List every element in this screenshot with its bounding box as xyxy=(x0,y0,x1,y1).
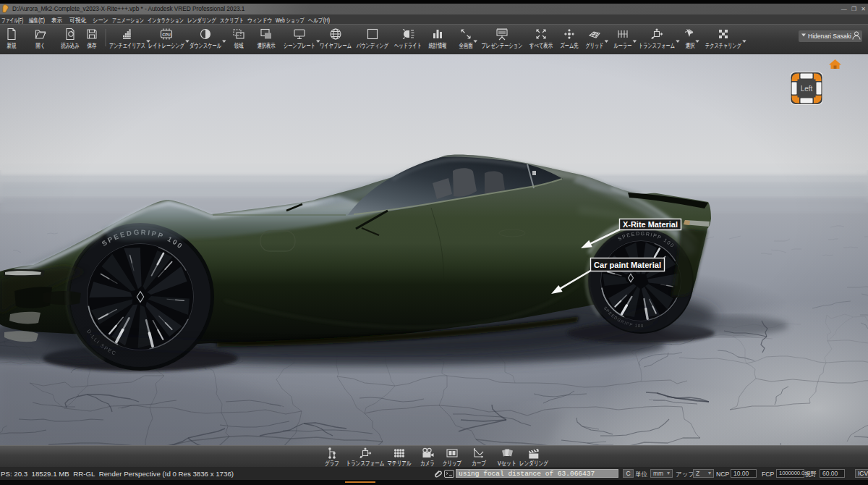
svg-text:選択表示: 選択表示 xyxy=(258,42,276,49)
svg-text:Vセット: Vセット xyxy=(498,460,516,467)
svg-text:選択: 選択 xyxy=(686,42,695,49)
svg-text:全画面: 全画面 xyxy=(459,42,473,49)
svg-text:ウィンドウ: ウィンドウ xyxy=(247,17,272,24)
svg-text:インタラクション: インタラクション xyxy=(148,17,184,24)
svg-text:バウンディング: バウンディング xyxy=(356,42,388,49)
svg-text:ヘルプ(H): ヘルプ(H) xyxy=(308,17,330,24)
svg-text:ズーム先: ズーム先 xyxy=(561,42,579,49)
svg-text:読み込み: 読み込み xyxy=(61,42,80,49)
svg-text:新規: 新規 xyxy=(7,42,17,49)
svg-text:テクスチャリング: テクスチャリング xyxy=(705,42,742,49)
svg-text:トランスフォーム: トランスフォーム xyxy=(639,42,675,49)
svg-text:保存: 保存 xyxy=(87,42,97,49)
svg-text:シーン: シーン xyxy=(93,17,109,24)
svg-text:レンダリング: レンダリング xyxy=(519,460,549,467)
svg-text:プレゼンテーション: プレゼンテーション xyxy=(482,42,523,49)
svg-text:開く: 開く xyxy=(36,42,46,49)
svg-text:アンチエイリアス: アンチエイリアス xyxy=(109,42,145,49)
svg-text:CPU: CPU xyxy=(162,33,171,37)
svg-text:ヘッドライト: ヘッドライト xyxy=(394,42,422,49)
svg-text:統計情報: 統計情報 xyxy=(429,42,447,49)
svg-text:カーブ: カーブ xyxy=(472,460,487,467)
svg-text:クリップ: クリップ xyxy=(443,460,462,467)
svg-text:すべて表示: すべて表示 xyxy=(529,42,553,49)
svg-text:ルーラー: ルーラー xyxy=(614,42,632,49)
svg-text:ダウンスケール: ダウンスケール xyxy=(190,42,221,49)
svg-text:グラフ: グラフ xyxy=(325,460,339,467)
svg-text:スクリプト: スクリプト xyxy=(220,17,244,24)
svg-text:ワイヤフレーム: ワイヤフレーム xyxy=(320,42,352,49)
svg-text:編集(E): 編集(E) xyxy=(28,17,45,24)
svg-text:レンダリング: レンダリング xyxy=(187,17,216,24)
svg-text:シーンプレート: シーンプレート xyxy=(284,42,315,49)
svg-text:可視化: 可視化 xyxy=(69,17,86,24)
svg-text:Left: Left xyxy=(801,85,813,93)
svg-text:レイトレーシング: レイトレーシング xyxy=(148,42,185,49)
svg-text:表示: 表示 xyxy=(51,17,62,24)
svg-text:Hidenari Sasaki: Hidenari Sasaki xyxy=(808,32,851,40)
svg-text:Web ショップ: Web ショップ xyxy=(276,17,305,24)
svg-text:アニメーション: アニメーション xyxy=(112,17,144,24)
svg-text:領域: 領域 xyxy=(234,42,244,49)
svg-text:ファイル(F): ファイル(F) xyxy=(1,17,23,24)
svg-text:カメラ: カメラ xyxy=(420,460,435,467)
svg-text:マテリアル: マテリアル xyxy=(388,460,412,467)
svg-text:トランスフォーム: トランスフォーム xyxy=(346,460,385,467)
svg-text:グリッド: グリッド xyxy=(586,42,604,49)
